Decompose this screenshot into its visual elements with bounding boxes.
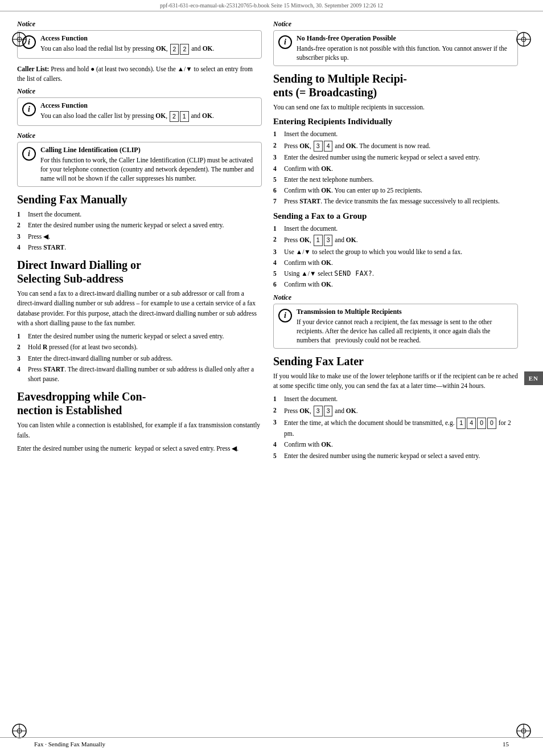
list-item: 4Confirm with OK. <box>273 258 518 268</box>
list-item: 4Press START. The direct-inward dialling… <box>17 365 262 385</box>
left-column: Notice i Access Function You can also lo… <box>17 20 262 464</box>
notice-handsfree-label: Notice <box>273 20 518 28</box>
list-item: 1Insert the document. <box>17 210 262 219</box>
sending-group-heading: Sending a Fax to a Group <box>273 211 518 221</box>
list-item: 1Insert the document. <box>273 129 518 139</box>
notice-content-1: Access Function You can also load the re… <box>40 34 257 55</box>
list-item: 7Press START. The device transmits the f… <box>273 197 518 206</box>
caller-list-info: Caller List: Press and hold ● (at least … <box>17 64 262 84</box>
notice-content-5: Transmission to Multiple Recipients If y… <box>297 308 513 345</box>
list-item: 2Enter the desired number using the nume… <box>17 220 262 230</box>
entering-recipients-steps: 1Insert the document. 2Press OK, 34 and … <box>273 129 518 206</box>
eavesdropping-body2: Enter the desired number using the numer… <box>17 444 262 453</box>
eavesdropping-heading: Eavesdropping while Con-nection is Estab… <box>17 390 262 417</box>
notice-handsfree: i No Hands-free Operation Possible Hands… <box>273 30 518 66</box>
sending-fax-later-intro: If you would like to make use of the low… <box>273 371 518 391</box>
footer: Fax · Sending Fax Manually 15 <box>0 737 543 750</box>
sending-fax-manually-steps: 1Insert the document. 2Enter the desired… <box>17 210 262 252</box>
notice-content-2: Access Function You can also load the ca… <box>40 101 257 122</box>
notice-text-1: You can also load the redial list by pre… <box>40 44 257 55</box>
list-item: 4Confirm with OK. <box>273 164 518 174</box>
footer-right: 15 <box>503 741 509 747</box>
list-item: 5Enter the next telephone numbers. <box>273 175 518 185</box>
list-item: 1Enter the desired number using the nume… <box>17 332 262 341</box>
list-item: 2Press OK, 33 and OK. <box>273 406 518 417</box>
language-tab: EN <box>524 371 543 385</box>
corner-bottom-right <box>516 723 532 739</box>
list-item: 6Confirm with OK. <box>273 280 518 289</box>
sending-multiple-heading: Sending to Multiple Recipi-ents (= Broad… <box>273 72 518 99</box>
notice-clip: i Calling Line Identification (CLIP) For… <box>17 142 262 187</box>
list-item: 2Press OK, 34 and OK. The document is no… <box>273 141 518 152</box>
direct-inward-dialling-heading: Direct Inward Dialling orSelecting Sub-a… <box>17 258 262 285</box>
direct-inward-body: You can send a fax to a direct-inward di… <box>17 289 262 328</box>
right-column: Notice i No Hands-free Operation Possibl… <box>273 20 518 464</box>
list-item: 3Enter the direct-inward dialling number… <box>17 354 262 363</box>
list-item: 2Hold R pressed (for at least two second… <box>17 342 262 352</box>
notice-title-2: Access Function <box>40 101 257 110</box>
notice1-label: Notice <box>17 20 262 28</box>
corner-top-right <box>516 31 532 47</box>
list-item: 5Using ▲/▼ select SEND FAX?. <box>273 269 518 279</box>
list-item: 1Insert the document. <box>273 224 518 234</box>
sending-fax-manually-heading: Sending Fax Manually <box>17 193 262 206</box>
notice-transmission: i Transmission to Multiple Recipients If… <box>273 304 518 349</box>
notice-title-3: Calling Line Identification (CLIP) <box>40 146 257 154</box>
list-item: 6Confirm with OK. You can enter up to 25… <box>273 186 518 195</box>
notice-title-4: No Hands-free Operation Possible <box>297 34 513 43</box>
corner-top-left <box>11 31 27 47</box>
footer-left: Fax · Sending Fax Manually <box>34 741 105 747</box>
list-item: 4Confirm with OK. <box>273 440 518 449</box>
notice2-label: Notice <box>17 87 262 96</box>
notice-access-redial: i Access Function You can also load the … <box>17 30 262 59</box>
list-item: 3Use ▲/▼ to select the group to which yo… <box>273 247 518 257</box>
notice-text-2: You can also load the caller list by pre… <box>40 111 257 122</box>
entering-recipients-heading: Entering Recipients Individually <box>273 117 518 126</box>
list-item: 3Enter the time, at which the document s… <box>273 418 518 439</box>
list-item: 1Insert the document. <box>273 394 518 404</box>
notice3-label: Notice <box>17 132 262 140</box>
notice-icon-4: i <box>278 35 292 49</box>
notice-title-5: Transmission to Multiple Recipients <box>297 308 513 316</box>
list-item: 2Press OK, 13 and OK. <box>273 235 518 246</box>
list-item: 3Enter the desired number using the nume… <box>273 153 518 162</box>
notice-transmission-label: Notice <box>273 293 518 302</box>
header-bar: ppf-631-631-eco-manual-uk-253120765-b.bo… <box>0 0 543 11</box>
sending-multiple-intro: You can send one fax to multiple recipie… <box>273 103 518 112</box>
list-item: 4Press START. <box>17 243 262 252</box>
notice-text-5: If your device cannot reach a recipient,… <box>297 317 513 345</box>
sending-fax-later-heading: Sending Fax Later <box>273 354 518 368</box>
header-text: ppf-631-631-eco-manual-uk-253120765-b.bo… <box>160 2 383 9</box>
notice-title-1: Access Function <box>40 34 257 43</box>
notice-text-4: Hands-free operation is not possible wit… <box>297 44 513 62</box>
page-container: ppf-631-631-eco-manual-uk-253120765-b.bo… <box>0 0 543 756</box>
direct-inward-steps: 1Enter the desired number using the nume… <box>17 332 262 384</box>
notice-access-caller: i Access Function You can also load the … <box>17 97 262 126</box>
notice-text-3: For this function to work, the Caller Li… <box>40 156 257 183</box>
content-area: Notice i Access Function You can also lo… <box>0 14 543 470</box>
notice-icon-5: i <box>278 309 292 322</box>
notice-content-3: Calling Line Identification (CLIP) For t… <box>40 146 257 183</box>
sending-fax-later-steps: 1Insert the document. 2Press OK, 33 and … <box>273 394 518 461</box>
list-item: 5Enter the desired number using the nume… <box>273 451 518 461</box>
eavesdropping-body1: You can listen while a connection is est… <box>17 420 262 440</box>
list-item: 3Press ◀. <box>17 232 262 242</box>
notice-icon-2: i <box>22 103 36 116</box>
notice-content-4: No Hands-free Operation Possible Hands-f… <box>297 34 513 62</box>
notice-icon-3: i <box>22 147 36 161</box>
sending-group-steps: 1Insert the document. 2Press OK, 13 and … <box>273 224 518 290</box>
corner-bottom-left <box>11 723 27 739</box>
